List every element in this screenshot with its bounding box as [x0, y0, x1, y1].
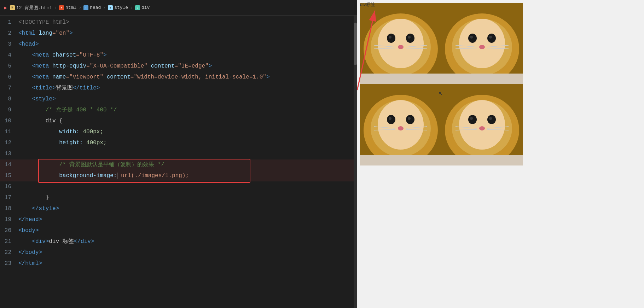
line-number-12: 12 — [0, 138, 17, 149]
line-content-22: </body> — [17, 247, 357, 258]
line-number-10: 10 — [0, 116, 17, 127]
svg-rect-27 — [441, 74, 523, 84]
line-number-11: 11 — [0, 127, 17, 138]
line-content-8: <style> — [17, 94, 357, 105]
svg-point-50 — [479, 126, 485, 130]
line-number-20: 20 — [0, 225, 17, 236]
token-4-2: ="UTF-8" — [76, 52, 103, 58]
token-4-3: > — [103, 52, 107, 58]
token-6-3: content — [107, 74, 130, 80]
token-5-0: <meta — [18, 63, 52, 69]
svg-point-34 — [406, 115, 414, 124]
line-number-5: 5 — [0, 61, 17, 72]
line-content-14: /* 背景图默认是平铺（复制）的效果 */ — [17, 159, 357, 170]
cat-cell-1 — [360, 3, 441, 84]
line-content-3: <head> — [17, 39, 357, 50]
arrow-icon: ▶ — [4, 5, 7, 11]
line-content-9: /* 盒子是 400 * 400 */ — [17, 105, 357, 116]
svg-point-32 — [387, 115, 395, 124]
line-content-15: background-image: url(./images/1.png); — [17, 170, 357, 181]
line-content-10: div { — [17, 116, 357, 127]
token-21-2: </div> — [74, 238, 94, 245]
token-5-4: ="IE=edge" — [175, 63, 209, 69]
svg-point-47 — [470, 117, 473, 120]
line-number-17: 17 — [0, 192, 17, 203]
code-line-6: 6 <meta name="viewport" content="width=d… — [0, 72, 357, 83]
line-number-7: 7 — [0, 83, 17, 94]
breadcrumb: ▶ H 12-背景图.html › H html › T head › S st… — [0, 0, 357, 16]
code-line-8: 8 <style> — [0, 94, 357, 105]
style-crumb[interactable]: S style — [108, 5, 128, 10]
code-line-4: 4 <meta charset="UTF-8"> — [0, 50, 357, 61]
line-content-19: </head> — [17, 214, 357, 225]
line-number-21: 21 — [0, 236, 17, 247]
html-icon: H — [59, 5, 64, 10]
line-number-15: 15 — [0, 170, 17, 181]
line-number-9: 9 — [0, 105, 17, 116]
scrollbar-thumb[interactable] — [354, 23, 357, 65]
token-5-2: ="X-UA-Compatible" — [86, 63, 151, 69]
svg-point-5 — [389, 36, 391, 39]
svg-point-31 — [378, 100, 424, 150]
token-4-1: charset — [52, 52, 76, 58]
token-2-0: <html — [18, 30, 39, 36]
token-1-0: <!DOCTYPE html> — [18, 19, 69, 25]
file-crumb[interactable]: H 12-背景图.html — [10, 5, 52, 11]
cat-cell-3 — [360, 84, 441, 165]
code-area[interactable]: 1<!DOCTYPE html>2<html lang="en">3<head>… — [0, 16, 357, 308]
code-line-18: 18 </style> — [0, 203, 357, 214]
code-line-13: 13 — [0, 149, 357, 159]
token-7-1: 背景图 — [56, 85, 73, 91]
code-line-17: 17 } — [0, 192, 357, 203]
line-content-2: <html lang="en"> — [17, 28, 357, 39]
svg-point-35 — [408, 117, 411, 120]
code-line-20: 20<body> — [0, 225, 357, 236]
token-18-0: </style> — [18, 205, 59, 212]
token-14-0: /* 背景图默认是平铺（复制）的效果 */ — [18, 162, 164, 168]
token-15-0: background-image: — [18, 173, 117, 179]
html-crumb[interactable]: H html — [59, 5, 76, 10]
div-crumb[interactable]: D div — [135, 5, 150, 10]
code-line-2: 2<html lang="en"> — [0, 28, 357, 39]
token-5-3: content — [151, 63, 174, 69]
head-crumb[interactable]: T head — [83, 5, 101, 10]
file-icon: H — [10, 5, 15, 10]
code-lines: 1<!DOCTYPE html>2<html lang="en">3<head>… — [0, 16, 357, 271]
svg-point-17 — [459, 19, 505, 68]
line-number-23: 23 — [0, 258, 17, 269]
svg-point-45 — [459, 100, 505, 150]
token-17-0: } — [18, 194, 49, 201]
token-9-0: /* 盒子是 400 * 400 */ — [18, 107, 117, 113]
code-line-16: 16 — [0, 181, 357, 192]
code-line-9: 9 /* 盒子是 400 * 400 */ — [0, 105, 357, 116]
line-content-11: width: 400px; — [17, 127, 357, 138]
line-content-12: height: 400px; — [17, 138, 357, 149]
line-content-17: } — [17, 192, 357, 203]
token-20-0: <body> — [18, 227, 39, 234]
preview-panel: div标签 — [357, 0, 644, 308]
code-line-14: 14 /* 背景图默认是平铺（复制）的效果 */ — [0, 159, 357, 170]
svg-point-19 — [470, 36, 473, 39]
line-number-2: 2 — [0, 28, 17, 39]
cat-cell-2 — [441, 3, 523, 84]
svg-point-48 — [487, 115, 496, 124]
token-6-1: name — [52, 74, 66, 80]
code-line-15: 15 background-image: url(./images/1.png)… — [0, 170, 357, 181]
code-line-3: 3<head> — [0, 39, 357, 50]
token-21-0: <div> — [18, 238, 49, 245]
token-2-1: lang — [39, 30, 52, 36]
editor-panel: ▶ H 12-背景图.html › H html › T head › S st… — [0, 0, 357, 308]
editor-container: ▶ H 12-背景图.html › H html › T head › S st… — [0, 0, 357, 308]
token-12-0: height: — [18, 140, 86, 146]
editor-scrollbar[interactable] — [354, 16, 357, 308]
svg-point-49 — [489, 117, 492, 120]
div-icon: D — [135, 5, 140, 10]
svg-point-8 — [398, 45, 404, 49]
svg-point-22 — [479, 45, 485, 49]
cat-cell-4 — [441, 84, 523, 165]
token-6-4: ="width=device-width, initial-scale=1.0" — [130, 74, 266, 80]
code-line-22: 22</body> — [0, 247, 357, 258]
line-content-21: <div>div 标签</div> — [17, 236, 357, 247]
line-number-19: 19 — [0, 214, 17, 225]
token-8-0: <style> — [18, 96, 56, 102]
